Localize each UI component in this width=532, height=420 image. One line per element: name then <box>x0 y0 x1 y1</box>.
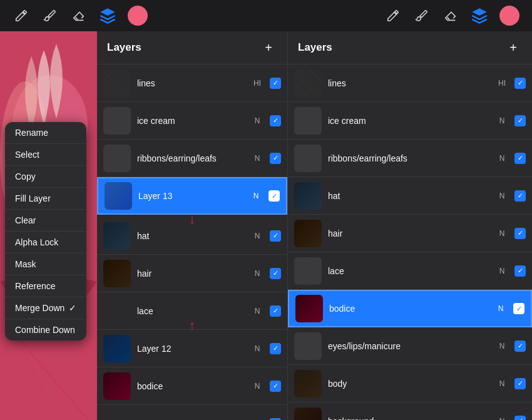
right-layer-checkbox-hat[interactable] <box>514 190 526 202</box>
color-picker-right[interactable] <box>499 6 519 26</box>
right-layers-list: lines HI ice cream N ribbons/earring/lea… <box>288 64 532 420</box>
right-layer-thumb-body <box>294 370 322 397</box>
context-menu-copy[interactable]: Copy <box>5 166 86 188</box>
right-layer-row-lines[interactable]: lines HI <box>288 64 532 102</box>
layer-checkbox-ice-cream[interactable] <box>270 115 281 126</box>
color-picker-left[interactable] <box>128 6 148 26</box>
context-menu-clear[interactable]: Clear <box>5 210 86 232</box>
context-menu-rename[interactable]: Rename <box>5 122 86 144</box>
left-panel-title: Layers <box>107 41 141 54</box>
right-layer-row-background[interactable]: background N <box>288 402 532 420</box>
layer-row-hair[interactable]: hair N <box>97 255 287 292</box>
context-menu-mask[interactable]: Mask <box>5 254 86 275</box>
layer-row-layer13[interactable]: Layer 13 N <box>97 177 287 215</box>
right-layer-checkbox-eyes[interactable] <box>514 341 526 352</box>
layer-checkbox-ribbons[interactable] <box>270 153 281 164</box>
left-panel-add-button[interactable]: + <box>260 39 277 56</box>
context-menu-merge-down[interactable]: Merge Down <box>5 297 86 319</box>
right-layer-checkbox-ribbons[interactable] <box>514 153 526 164</box>
right-layer-thumb-background <box>294 407 322 421</box>
layer-row-lines[interactable]: lines HI <box>97 64 287 102</box>
right-layer-thumb-lace <box>294 257 322 285</box>
right-layer-checkbox-ice-cream[interactable] <box>514 115 526 126</box>
right-layer-checkbox-lace[interactable] <box>514 265 526 277</box>
right-layer-mode-lace: N <box>496 267 508 275</box>
layer-thumb-lace <box>103 297 131 325</box>
layer-checkbox-hair[interactable] <box>270 268 281 279</box>
context-menu-alpha-lock[interactable]: Alpha Lock <box>5 232 86 254</box>
layer-thumb-ice-cream <box>103 107 131 135</box>
context-menu-combine-down-label: Combine Down <box>15 325 75 335</box>
right-layer-row-eyes[interactable]: eyes/lips/manicure N <box>288 327 532 365</box>
layer-row-lace[interactable]: lace N <box>97 292 287 330</box>
context-menu-select[interactable]: Select <box>5 144 86 166</box>
layer-checkbox-eyes[interactable] <box>270 418 281 421</box>
right-layer-checkbox-body[interactable] <box>514 378 526 389</box>
layer-checkbox-hat[interactable] <box>270 230 281 242</box>
layers-icon-right[interactable] <box>471 7 488 24</box>
right-layer-checkbox-hair[interactable] <box>514 228 526 239</box>
right-layer-name-ice-cream: ice cream <box>328 116 489 126</box>
layer-checkbox-lines[interactable] <box>270 78 281 89</box>
right-layer-thumb-ice-cream <box>294 107 322 135</box>
layer-row-ice-cream[interactable]: ice cream N <box>97 102 287 140</box>
layer-checkbox-lace[interactable] <box>270 305 281 317</box>
right-layer-row-ribbons[interactable]: ribbons/earring/leafs N <box>288 140 532 177</box>
eraser-icon[interactable] <box>70 7 88 24</box>
layer-checkbox-bodice[interactable] <box>270 381 281 392</box>
context-menu-select-label: Select <box>15 150 39 160</box>
layer-name-lace: lace <box>137 306 245 316</box>
right-layer-name-hat: hat <box>328 191 489 201</box>
pencil-right-icon[interactable] <box>384 7 402 24</box>
layer-thumb-bodice <box>103 372 131 400</box>
layer-row-hat[interactable]: hat N <box>97 217 287 255</box>
layer-row-ribbons[interactable]: ribbons/earring/leafs N <box>97 140 287 177</box>
layer-checkbox-layer12[interactable] <box>270 343 281 354</box>
brush-right-icon[interactable] <box>413 7 431 24</box>
right-layer-row-lace[interactable]: lace N <box>288 252 532 290</box>
panels-area: Layers + lines HI ice cream N ribbons/ea <box>97 31 532 420</box>
layer-mode-ice-cream: N <box>251 116 263 125</box>
right-layer-row-body[interactable]: body N <box>288 365 532 402</box>
right-layer-row-ice-cream[interactable]: ice cream N <box>288 102 532 140</box>
right-layer-checkbox-lines[interactable] <box>514 78 526 89</box>
layer-mode-lace: N <box>251 307 263 315</box>
right-layer-thumb-eyes <box>294 332 322 360</box>
right-layer-mode-ice-cream: N <box>496 116 508 125</box>
context-menu-combine-down[interactable]: Combine Down <box>5 319 86 341</box>
eraser-right-icon[interactable] <box>442 7 459 24</box>
layer-name-layer13: Layer 13 <box>138 191 243 201</box>
layer-thumb-lines <box>103 69 131 97</box>
right-panel-add-button[interactable]: + <box>504 39 522 56</box>
context-menu-fill-layer[interactable]: Fill Layer <box>5 188 86 210</box>
layer-mode-hair: N <box>251 269 263 278</box>
layer-row-eyes[interactable]: eyes/lips/manicure N <box>97 405 287 420</box>
right-layer-checkbox-background[interactable] <box>514 416 526 421</box>
right-layer-row-hat[interactable]: hat N <box>288 177 532 215</box>
context-menu: Rename Select Copy Fill Layer Clear Alph… <box>5 122 86 341</box>
right-layer-name-hair: hair <box>328 228 489 238</box>
right-layer-row-hair[interactable]: hair N <box>288 215 532 252</box>
left-layers-list: lines HI ice cream N ribbons/earring/lea… <box>97 64 287 420</box>
right-layer-panel: Layers + lines HI ice cream N ribbons/ea <box>288 31 532 420</box>
right-layer-row-bodice[interactable]: bodice N <box>288 290 532 327</box>
pencil-icon[interactable] <box>13 7 30 24</box>
layer-name-bodice: bodice <box>137 381 245 391</box>
toolbar-left <box>13 6 148 26</box>
toolbar <box>0 0 532 31</box>
right-layer-mode-bodice: N <box>494 304 507 313</box>
right-panel-title: Layers <box>298 41 332 54</box>
layer-row-bodice[interactable]: bodice N <box>97 367 287 405</box>
right-layer-mode-hat: N <box>496 192 508 200</box>
context-menu-fill-layer-label: Fill Layer <box>15 193 51 203</box>
right-layer-mode-hair: N <box>496 229 508 238</box>
layer-thumb-layer12 <box>103 335 131 362</box>
right-layer-checkbox-bodice[interactable] <box>513 303 524 314</box>
layers-icon-left[interactable] <box>99 7 116 24</box>
context-menu-reference[interactable]: Reference <box>5 275 86 297</box>
brush-icon[interactable] <box>41 7 59 24</box>
layer-checkbox-layer13[interactable] <box>269 190 280 202</box>
right-panel-header: Layers + <box>288 31 532 64</box>
layer-row-layer12[interactable]: Layer 12 N <box>97 330 287 367</box>
layer-name-ribbons: ribbons/earring/leafs <box>137 153 245 163</box>
